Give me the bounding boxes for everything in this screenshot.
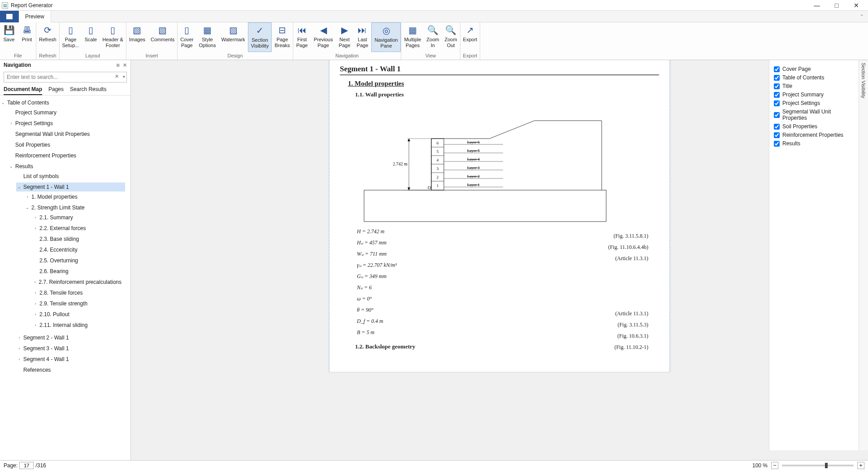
svg-rect-0 <box>364 190 606 222</box>
export-button[interactable]: ↗Export <box>460 22 480 52</box>
tree-node[interactable]: ›2.1. Summary <box>32 212 123 223</box>
pin-icon[interactable]: ⤪ <box>116 62 120 68</box>
group-layout-label: Layout <box>60 52 126 60</box>
tab-search-results[interactable]: Search Results <box>70 84 106 95</box>
style-options-button[interactable]: ▦Style Options <box>196 22 219 52</box>
previous-page-button[interactable]: ◀Previous Page <box>311 22 336 52</box>
svg-text:2: 2 <box>437 175 439 179</box>
tree-node[interactable]: 2.5. Overturning <box>32 255 123 266</box>
current-page-input[interactable] <box>19 462 34 469</box>
tab-row: Preview ⌃ <box>0 11 868 22</box>
vis-project-settings[interactable]: Project Settings <box>774 100 854 106</box>
next-page-button[interactable]: ▶Next Page <box>335 22 353 52</box>
tree-node[interactable]: ⌄Segment 1 - Wall 1›1. Model properties⌄… <box>16 182 127 332</box>
group-design-label: Design <box>178 52 292 60</box>
multiple-pages-button[interactable]: ▦Multiple Pages <box>401 22 424 52</box>
tree-node[interactable]: 2.4. Eccentricity <box>32 244 123 255</box>
heading-model-properties: 1. Model properties <box>348 80 657 87</box>
section-visibility-button[interactable]: ✓Section Visibility <box>248 22 272 52</box>
section-visibility-tab[interactable]: Section Visibility <box>859 60 868 450</box>
tree-node[interactable]: ›2.7. Reinforcement precalculations <box>32 277 123 287</box>
tab-preview[interactable]: Preview <box>19 11 51 22</box>
tree-node[interactable]: ⌄ResultsList of symbols⌄Segment 1 - Wall… <box>8 161 129 376</box>
vis-title[interactable]: Title <box>774 83 854 89</box>
navigation-pane-button[interactable]: ◎Navigation Pane <box>371 22 401 52</box>
vis-reinforcement[interactable]: Reinforcement Properties <box>774 132 854 138</box>
last-page-icon: ⏭ <box>356 24 369 36</box>
svg-text:O: O <box>428 185 431 190</box>
document-tree[interactable]: ⌄Table of ContentsProject Summary›Projec… <box>0 96 130 460</box>
zoom-decrease-button[interactable]: − <box>771 462 778 469</box>
vis-seg-wall-unit[interactable]: Segmental Wall Unit Properties <box>774 109 854 121</box>
tree-node[interactable]: ⌄2. Strength Limit State›2.1. Summary›2.… <box>24 202 125 331</box>
first-page-icon: ⏮ <box>296 24 308 36</box>
document-area[interactable]: Segment 1 - Wall 1 1. Model properties 1… <box>131 60 868 460</box>
tree-node[interactable]: ⌄Table of ContentsProject Summary›Projec… <box>0 97 130 377</box>
tree-node[interactable]: ›2.9. Tensile strength <box>32 298 123 309</box>
tab-document-map[interactable]: Document Map <box>4 84 42 95</box>
last-page-button[interactable]: ⏭Last Page <box>353 22 371 52</box>
vis-toc[interactable]: Table of Contents <box>774 74 854 81</box>
svg-text:Layer 3: Layer 3 <box>467 165 480 170</box>
first-page-button[interactable]: ⏮First Page <box>293 22 311 52</box>
tree-node[interactable]: ›Segment 3 - Wall 1 <box>16 343 127 354</box>
tree-node[interactable]: ›1. Model properties <box>24 191 125 202</box>
tree-node[interactable]: List of symbols <box>16 171 127 182</box>
page-breaks-button[interactable]: ⊟Page Breaks <box>272 22 292 52</box>
group-export-label: Export <box>460 52 480 60</box>
minimize-button[interactable]: — <box>807 0 827 11</box>
print-button[interactable]: 🖶Print <box>18 22 36 52</box>
zoom-slider[interactable] <box>782 465 854 466</box>
vis-project-summary[interactable]: Project Summary <box>774 91 854 98</box>
vis-results[interactable]: Results <box>774 140 854 147</box>
maximize-button[interactable]: □ <box>827 0 846 11</box>
tree-node[interactable]: 2.6. Bearing <box>32 266 123 277</box>
close-button[interactable]: ✕ <box>846 0 866 11</box>
zoom-increase-button[interactable]: + <box>857 462 864 469</box>
images-button[interactable]: ▧Images <box>126 22 148 52</box>
zoom-in-icon: 🔍 <box>426 24 439 36</box>
navigation-title: Navigation <box>4 62 31 68</box>
zoom-in-button[interactable]: 🔍Zoom In <box>424 22 442 52</box>
navigation-pane: Navigation ⤪ ✕ ✕ ▾ Document Map Pages Se… <box>0 60 131 460</box>
refresh-button[interactable]: ⟳Refresh <box>36 22 59 52</box>
tree-node[interactable]: ›Project Settings <box>8 118 129 129</box>
cover-page-button[interactable]: ▯Cover Page <box>178 22 196 52</box>
file-tab[interactable] <box>0 11 19 22</box>
tree-node[interactable]: Reinforcement Properties <box>8 150 129 161</box>
section-visibility-panel: Cover Page Table of Contents Title Proje… <box>769 60 859 450</box>
scale-button[interactable]: ▯Scale <box>82 22 100 52</box>
tree-node[interactable]: ›Segment 2 - Wall 1 <box>16 332 127 343</box>
tree-node[interactable]: 2.3. Base sliding <box>32 234 123 244</box>
tree-node[interactable]: Segmental Wall Unit Properties <box>8 129 129 139</box>
search-input[interactable] <box>4 72 127 83</box>
zoom-out-button[interactable]: 🔍Zoom Out <box>442 22 460 52</box>
tree-node[interactable]: ›2.8. Tensile forces <box>32 287 123 298</box>
clear-search-icon[interactable]: ✕ <box>115 74 119 79</box>
watermark-button[interactable]: ▨Watermark <box>218 22 247 52</box>
tree-node[interactable]: ›2.10. Pullout <box>32 309 123 320</box>
tree-node[interactable]: Project Summary <box>8 107 129 118</box>
header-footer-icon: ▯ <box>107 24 119 36</box>
vis-cover-page[interactable]: Cover Page <box>774 66 854 72</box>
svg-text:5: 5 <box>437 149 439 154</box>
tree-node[interactable]: Soil Properties <box>8 139 129 150</box>
svg-text:Layer 1: Layer 1 <box>467 183 480 187</box>
collapse-ribbon-button[interactable]: ⌃ <box>855 14 868 19</box>
save-button[interactable]: 💾Save <box>0 22 18 52</box>
header-footer-button[interactable]: ▯Header & Footer <box>100 22 126 52</box>
save-icon: 💾 <box>3 24 15 36</box>
window-title: Report Generator <box>11 2 52 9</box>
page-setup-button[interactable]: ▯Page Setup... <box>60 22 82 52</box>
tree-node[interactable]: ›2.11. Internal sliding <box>32 320 123 331</box>
tab-pages[interactable]: Pages <box>48 84 64 95</box>
close-pane-icon[interactable]: ✕ <box>123 62 127 68</box>
tree-node[interactable]: ›2.2. External forces <box>32 223 123 234</box>
tree-node[interactable]: ›Segment 4 - Wall 1 <box>16 354 127 365</box>
vis-soil[interactable]: Soil Properties <box>774 123 854 130</box>
search-dropdown-icon[interactable]: ▾ <box>123 74 125 79</box>
segment-title: Segment 1 - Wall 1 <box>340 65 659 75</box>
comments-button[interactable]: ▧Comments <box>148 22 177 52</box>
report-page: Segment 1 - Wall 1 1. Model properties 1… <box>329 60 670 372</box>
tree-node[interactable]: References <box>16 365 127 375</box>
